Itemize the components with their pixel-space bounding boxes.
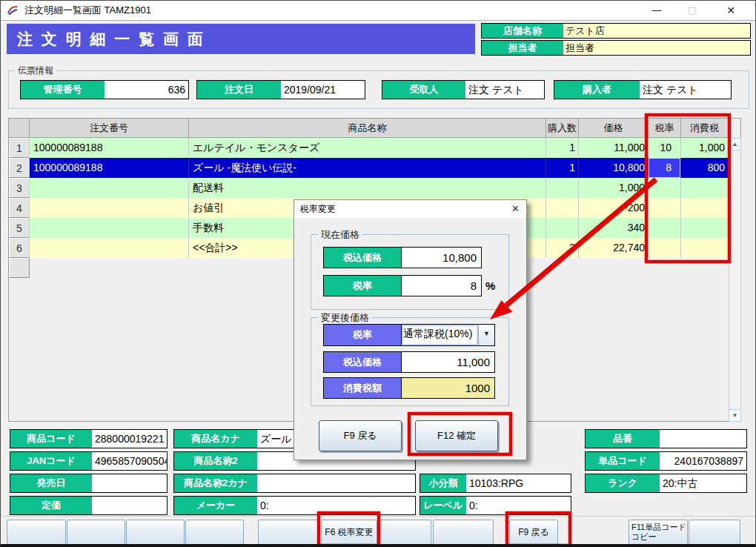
subcategory-field: 小分類 10103:RPG	[420, 474, 571, 493]
list-price-field: 定価	[10, 496, 168, 515]
product-code-label: 商品コード	[10, 430, 92, 448]
control-no-field: 管理番号 636	[20, 80, 189, 99]
row-number: 3	[9, 178, 30, 198]
item-code-value[interactable]: 240167038897	[660, 452, 746, 470]
fkey-button-11[interactable]	[689, 520, 740, 545]
part-no-label: 品番	[586, 430, 660, 448]
tax-amount-label: 消費税額	[324, 378, 401, 398]
subcategory-label: 小分類	[420, 474, 466, 492]
cell-tax	[681, 238, 729, 258]
chevron-down-icon[interactable]: ▼	[478, 325, 494, 345]
store-name-field: 店舗名称 テスト店	[481, 23, 751, 39]
control-no-value[interactable]: 636	[105, 81, 188, 99]
jan-code-field: JANコード 4965857090504	[10, 451, 168, 471]
new-price-group: 変更後価格 税率 通常課税(10%) ▼ 税込価格 11,000 消費税額 10…	[311, 317, 509, 406]
dialog-f9-back-button[interactable]: F9 戻る	[319, 420, 402, 451]
percent-suffix: %	[485, 279, 495, 292]
dialog-close-icon[interactable]: ✕	[511, 200, 520, 218]
cell-qty	[546, 218, 579, 238]
title-bar: 注文明細一覧画面 TAMZ1901 — ▢ ✕	[1, 1, 755, 21]
order-detail-window: 注文明細一覧画面 TAMZ1901 — ▢ ✕ 注 文 明 細 一 覧 画 面 …	[0, 0, 756, 547]
product-name2-kana-field: 商品名称2カナ	[173, 474, 416, 493]
tax-amount-value[interactable]: 1000	[401, 378, 494, 398]
empty-row-header	[9, 258, 30, 278]
fkey-button-8[interactable]	[433, 520, 494, 545]
fkey-button-3[interactable]	[126, 520, 185, 545]
current-rate-label: 税率	[324, 276, 401, 296]
rank-value[interactable]: 20:中古	[660, 474, 746, 492]
cell-tax-rate-focused[interactable]: 8	[649, 158, 681, 178]
new-price-incl-field: 税込価格 11,000	[323, 351, 495, 373]
current-price-incl-label: 税込価格	[324, 248, 401, 268]
current-price-legend: 現在価格	[319, 228, 362, 242]
cell-tax-rate	[649, 238, 681, 258]
dialog-title-bar[interactable]: 税率変更 ✕	[294, 200, 526, 218]
f9-back-button[interactable]: F9 戻る	[509, 520, 558, 545]
maker-field: メーカー 0:	[173, 496, 416, 515]
list-price-value[interactable]	[92, 497, 167, 514]
new-rate-label: 税率	[324, 325, 401, 345]
product-name2-kana-value[interactable]	[257, 474, 415, 492]
maker-value[interactable]: 0:	[257, 497, 415, 514]
current-price-group: 現在価格 税込価格 10,800 税率 8 %	[311, 234, 509, 310]
tax-rate-dropdown[interactable]: 通常課税(10%) ▼	[401, 325, 494, 345]
vertical-scrollbar[interactable]: ▲ ▼	[729, 138, 741, 422]
new-price-incl-label: 税込価格	[324, 352, 401, 372]
order-date-field: 注文日 2019/09/21	[196, 80, 365, 99]
row-number: 5	[9, 218, 30, 238]
table-row-1[interactable]: 1 100000089188 エルテイル・モンスターズ 1 11,000 10 …	[9, 138, 729, 158]
col-header-product-name: 商品名称	[189, 119, 546, 138]
fkey-button-7[interactable]	[379, 520, 431, 545]
cell-qty	[546, 198, 579, 218]
f11-item-code-copy-button[interactable]: F11単品コード コピー	[629, 520, 688, 545]
release-date-label: 発売日	[10, 474, 92, 492]
receiver-value[interactable]: 注文 テスト	[465, 81, 544, 99]
scroll-up-icon[interactable]: ▲	[729, 138, 741, 150]
control-no-label: 管理番号	[21, 81, 105, 99]
product-code-value[interactable]: 288000019221	[92, 430, 167, 448]
cell-qty: 2	[546, 238, 579, 258]
rank-field: ランク 20:中古	[585, 474, 747, 493]
f6-tax-rate-change-button[interactable]: F6 税率変更	[321, 520, 377, 545]
current-rate-value: 8	[401, 276, 481, 296]
cell-price: 340	[579, 218, 649, 238]
minimize-button[interactable]: —	[641, 1, 672, 20]
cell-price: 11,000	[579, 138, 649, 158]
fkey-button-5[interactable]	[258, 520, 320, 545]
release-date-value[interactable]	[92, 474, 167, 492]
fkey-button-4[interactable]	[185, 520, 244, 545]
maximize-button[interactable]: ▢	[677, 1, 708, 20]
jan-code-value[interactable]: 4965857090504	[92, 452, 167, 470]
part-no-value[interactable]	[660, 430, 746, 448]
tax-rate-dropdown-value[interactable]: 通常課税(10%)	[402, 325, 478, 345]
fkey-button-1[interactable]	[7, 520, 66, 545]
row-number: 1	[9, 138, 30, 158]
current-rate-field: 税率 8	[323, 275, 482, 296]
scroll-down-icon[interactable]: ▼	[729, 409, 741, 422]
table-row-3[interactable]: 3 配送料 1,000	[9, 178, 729, 198]
cell-qty	[546, 178, 579, 198]
cell-price: 22,740	[579, 238, 649, 258]
order-date-value[interactable]: 2019/09/21	[281, 81, 365, 99]
staff-value[interactable]: 担当者	[563, 41, 750, 55]
cell-tax-rate	[649, 218, 681, 238]
close-button[interactable]: ✕	[715, 1, 746, 20]
current-price-incl-field: 税込価格 10,800	[323, 247, 482, 268]
label-value[interactable]: 0:	[466, 497, 571, 514]
store-name-value[interactable]: テスト店	[563, 24, 750, 38]
cell-tax: 800	[681, 158, 729, 178]
purchaser-field: 購入者 注文 テスト	[554, 80, 732, 99]
cell-tax-rate	[649, 198, 681, 218]
row-number: 6	[9, 238, 30, 258]
new-price-incl-value[interactable]: 11,000	[401, 352, 494, 372]
subcategory-value[interactable]: 10103:RPG	[466, 474, 571, 492]
purchaser-label: 購入者	[554, 81, 640, 99]
fkey-button-2[interactable]	[67, 520, 125, 545]
table-row-2-selected[interactable]: 2 100000089188 ズール -魔法使い伝説- 1 10,800 8 8…	[9, 158, 729, 178]
purchaser-value[interactable]: 注文 テスト	[640, 81, 731, 99]
dialog-f12-confirm-button[interactable]: F12 確定	[415, 420, 498, 451]
row-number: 2	[9, 158, 30, 178]
new-price-legend: 変更後価格	[319, 311, 371, 325]
cell-tax: 1,000	[681, 138, 729, 158]
function-key-bar: F6 税率変更 F9 戻る F11単品コード コピー	[1, 516, 756, 546]
